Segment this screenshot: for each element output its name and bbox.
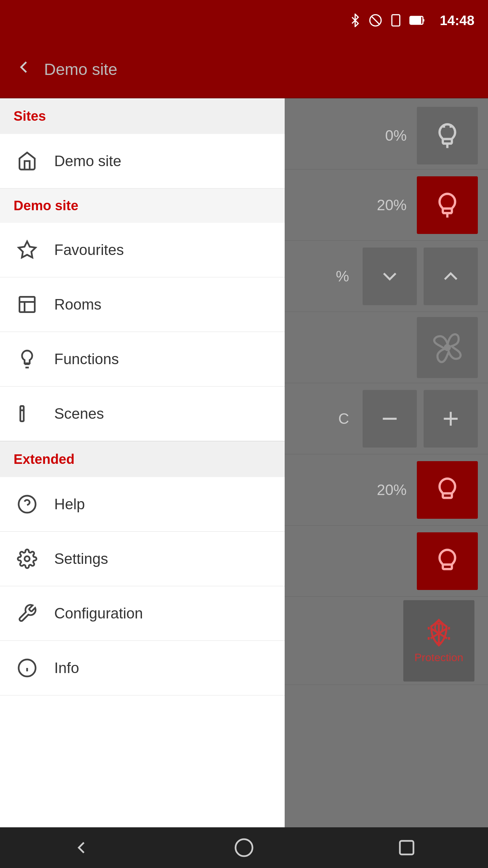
- sim-icon: [389, 14, 403, 27]
- status-time: 14:48: [440, 13, 474, 28]
- svg-point-45: [236, 839, 252, 856]
- temp-label: C: [338, 410, 349, 427]
- device-row-3: %: [285, 241, 488, 312]
- star-icon: [14, 236, 41, 263]
- info-icon: [14, 654, 41, 682]
- block-icon: [369, 14, 382, 27]
- svg-rect-25: [443, 139, 452, 143]
- help-label: Help: [54, 496, 85, 513]
- device-row-1: 0%: [285, 98, 488, 170]
- lamp-btn-6[interactable]: [417, 461, 478, 519]
- device-row-4: [285, 312, 488, 383]
- device-row-6: 20%: [285, 454, 488, 526]
- svg-point-16: [25, 556, 30, 561]
- main-container: Sites Demo site Demo site Favourites: [0, 98, 488, 827]
- back-button[interactable]: [14, 57, 34, 81]
- arrow-down-btn[interactable]: [363, 248, 417, 305]
- svg-rect-2: [392, 15, 400, 26]
- percent-2: 20%: [377, 197, 407, 214]
- svg-rect-12: [20, 406, 24, 421]
- percent-3: %: [336, 268, 349, 285]
- wrench-icon: [14, 600, 41, 627]
- sidebar-item-settings[interactable]: Settings: [0, 532, 285, 586]
- settings-icon: [14, 545, 41, 572]
- configuration-label: Configuration: [54, 605, 143, 622]
- help-icon: [14, 491, 41, 518]
- bluetooth-icon: [348, 14, 362, 27]
- header-title: Demo site: [44, 60, 117, 79]
- protection-cell[interactable]: Protection: [403, 600, 474, 682]
- nav-home-button[interactable]: [227, 831, 261, 865]
- svg-marker-7: [19, 241, 36, 258]
- svg-rect-46: [400, 841, 413, 854]
- minus-btn[interactable]: [363, 390, 417, 448]
- nav-square-button[interactable]: [390, 831, 424, 865]
- demo-site-label: Demo site: [54, 153, 121, 170]
- sidebar-item-favourites[interactable]: Favourites: [0, 223, 285, 277]
- favourites-label: Favourites: [54, 241, 124, 258]
- sidebar: Sites Demo site Demo site Favourites: [0, 98, 285, 827]
- info-label: Info: [54, 659, 79, 676]
- extended-section-header: Extended: [0, 441, 285, 477]
- plus-btn[interactable]: [424, 390, 478, 448]
- sidebar-item-info[interactable]: Info: [0, 641, 285, 695]
- bottom-nav: [0, 827, 488, 868]
- device-row-5: C: [285, 383, 488, 454]
- sidebar-item-help[interactable]: Help: [0, 477, 285, 532]
- lamp-btn-7[interactable]: [417, 532, 478, 590]
- device-row-7: [285, 526, 488, 597]
- status-bar: 14:48: [0, 0, 488, 41]
- content-area: 0% 20%: [285, 98, 488, 827]
- nav-back-button[interactable]: [64, 831, 98, 865]
- sidebar-item-scenes[interactable]: Scenes: [0, 387, 285, 441]
- lamp-btn-2[interactable]: [417, 176, 478, 234]
- status-icons: 14:48: [348, 13, 474, 28]
- home-icon: [14, 147, 41, 175]
- lamp-btn-1[interactable]: [417, 107, 478, 164]
- lightbulb-icon: [14, 346, 41, 373]
- sidebar-item-rooms[interactable]: Rooms: [0, 277, 285, 332]
- sidebar-item-configuration[interactable]: Configuration: [0, 586, 285, 641]
- settings-label: Settings: [54, 550, 108, 567]
- sidebar-item-demo-site[interactable]: Demo site: [0, 134, 285, 189]
- demo-site-subheader: Demo site: [0, 189, 285, 223]
- rooms-label: Rooms: [54, 296, 101, 313]
- arrow-up-btn[interactable]: [424, 248, 478, 305]
- sidebar-item-functions[interactable]: Functions: [0, 332, 285, 387]
- svg-line-1: [371, 16, 380, 24]
- percent-6: 20%: [377, 481, 407, 498]
- device-row-2: 20%: [285, 170, 488, 241]
- percent-1: 0%: [385, 127, 407, 144]
- scenes-icon: [14, 400, 41, 427]
- fan-btn[interactable]: [417, 317, 478, 378]
- functions-label: Functions: [54, 351, 119, 368]
- battery-icon: [409, 14, 426, 27]
- scenes-label: Scenes: [54, 405, 104, 422]
- header: Demo site: [0, 41, 488, 98]
- svg-rect-5: [410, 17, 421, 24]
- device-row-8: Protection: [285, 597, 488, 685]
- room-icon: [14, 291, 41, 318]
- protection-label: Protection: [414, 651, 463, 664]
- svg-rect-8: [20, 297, 35, 312]
- svg-point-29: [445, 344, 450, 350]
- sites-section-header: Sites: [0, 98, 285, 134]
